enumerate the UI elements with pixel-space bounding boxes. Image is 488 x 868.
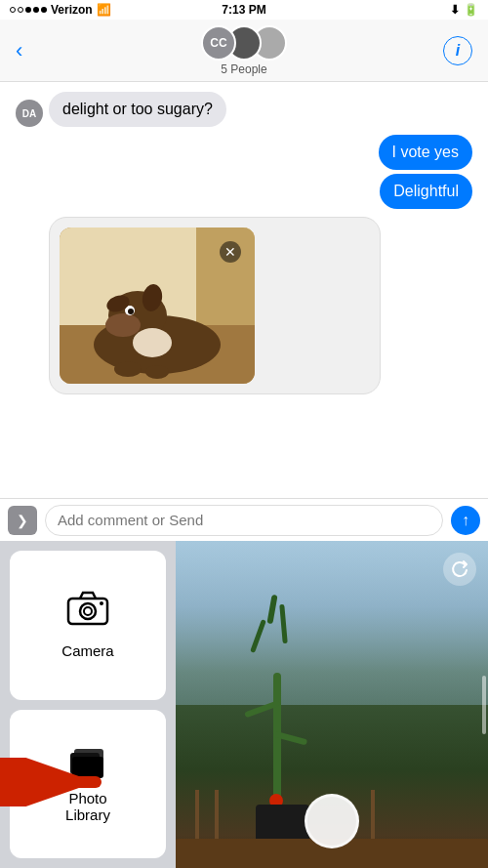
dot-5 (41, 7, 47, 13)
dot-3 (25, 7, 31, 13)
svg-point-13 (145, 365, 169, 379)
rotate-camera-button[interactable] (443, 553, 476, 586)
message-bubble-gray: delight or too sugary? (49, 92, 226, 127)
camera-label: Camera (61, 642, 113, 659)
battery-icon: 🔋 (464, 3, 478, 17)
group-avatar[interactable]: CC (201, 25, 287, 61)
status-right: ⬇ 🔋 (450, 3, 478, 17)
people-count: 5 People (221, 62, 266, 76)
scroll-indicator (482, 676, 486, 734)
back-button[interactable]: ‹ (16, 38, 22, 63)
message-row-left: DA delight or too sugary? (16, 92, 472, 127)
status-time: 7:13 PM (222, 3, 265, 17)
message-row-right: I vote yes Delightful (16, 135, 472, 209)
message-bubble-blue-1: I vote yes (379, 135, 472, 170)
camera-button[interactable]: Camera (10, 551, 166, 700)
expand-button[interactable]: ❯ (8, 506, 37, 535)
photo-library-button[interactable]: PhotoLibrary (10, 710, 166, 859)
camera-viewfinder[interactable] (176, 541, 488, 868)
svg-point-8 (128, 309, 134, 314)
svg-point-11 (133, 328, 172, 357)
info-button[interactable]: i (443, 36, 472, 65)
wood-slat-2 (215, 790, 219, 839)
plant-stem (273, 673, 281, 809)
carrier-label: Verizon (51, 3, 93, 17)
input-bar: ❯ ↑ (0, 498, 488, 541)
left-panel: Camera (0, 541, 176, 868)
bottom-panel: Camera (0, 541, 488, 868)
status-left: Verizon 📶 (10, 3, 111, 17)
svg-point-6 (105, 313, 141, 337)
shutter-button[interactable] (305, 794, 359, 848)
nav-bar: ‹ CC 5 People i (0, 20, 488, 82)
nav-center: CC 5 People (201, 25, 287, 76)
dot-2 (18, 7, 23, 13)
camera-icon (66, 591, 109, 635)
messages-area: DA delight or too sugary? I vote yes Del… (0, 82, 488, 570)
svg-point-12 (114, 361, 142, 377)
wood-slat-1 (195, 790, 199, 839)
dot-4 (33, 7, 39, 13)
bluetooth-icon: ⬇ (450, 3, 460, 17)
dot-1 (10, 7, 16, 13)
status-bar: Verizon 📶 7:13 PM ⬇ 🔋 (0, 0, 488, 20)
attachment-close-button[interactable]: ✕ (220, 241, 241, 263)
wood-slat-3 (371, 790, 375, 839)
attachment-bubble: ✕ (49, 217, 381, 394)
svg-point-15 (80, 603, 96, 619)
red-arrow (0, 758, 107, 810)
attachment-image: ✕ (60, 227, 255, 384)
svg-point-16 (84, 607, 92, 615)
comment-input[interactable] (45, 505, 443, 536)
svg-point-17 (100, 601, 103, 605)
signal-dots (10, 7, 47, 13)
my-bubbles: I vote yes Delightful (379, 135, 472, 209)
message-text-1: I vote yes (392, 144, 459, 160)
back-chevron-icon: ‹ (16, 38, 22, 62)
info-icon: i (456, 42, 460, 60)
avatar-cc: CC (201, 25, 236, 61)
window-light (176, 541, 488, 705)
send-button[interactable]: ↑ (451, 506, 480, 535)
message-bubble-blue-2: Delightful (380, 174, 472, 209)
message-text: delight or too sugary? (62, 101, 213, 117)
message-text-2: Delightful (393, 183, 459, 199)
sender-avatar-da: DA (16, 100, 43, 127)
wifi-icon: 📶 (97, 3, 111, 17)
